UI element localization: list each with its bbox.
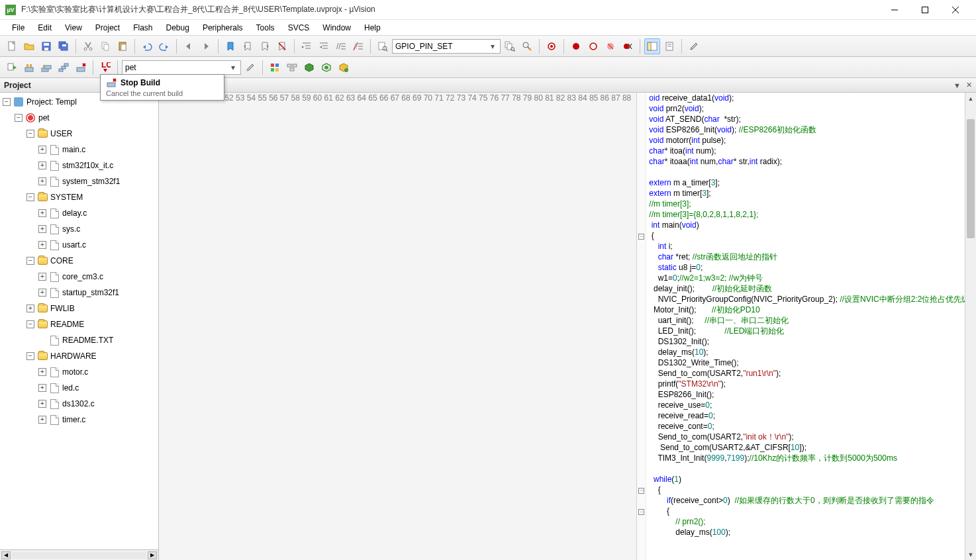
tree-group-hardware[interactable]: −HARDWARE bbox=[0, 348, 158, 364]
redo-button[interactable] bbox=[156, 38, 172, 54]
expander-icon[interactable]: + bbox=[38, 400, 46, 408]
bookmark-clear-button[interactable] bbox=[274, 38, 290, 54]
tree-group-core[interactable]: −CORE bbox=[0, 253, 158, 269]
tree-file[interactable]: +sys.c bbox=[0, 221, 158, 237]
expander-icon[interactable]: + bbox=[38, 209, 46, 217]
breakpoint-disable-button[interactable] bbox=[603, 38, 618, 54]
menu-peripherals[interactable]: Peripherals bbox=[196, 21, 250, 34]
find-combo[interactable]: ▾ bbox=[392, 39, 501, 54]
tab-close-icon[interactable]: ✕ bbox=[966, 81, 972, 89]
menu-project[interactable]: Project bbox=[89, 21, 126, 34]
breakpoint-kill-button[interactable] bbox=[620, 38, 636, 54]
scroll-left-icon[interactable]: ◀ bbox=[1, 551, 11, 559]
books-window-button[interactable] bbox=[661, 38, 677, 54]
bookmark-prev-button[interactable] bbox=[240, 38, 256, 54]
tree-file[interactable]: +main.c bbox=[0, 142, 158, 158]
expander-icon[interactable]: − bbox=[26, 352, 34, 360]
target-options-button[interactable] bbox=[242, 60, 258, 75]
unindent-button[interactable] bbox=[316, 38, 332, 54]
tree-file[interactable]: +timer.c bbox=[0, 412, 158, 428]
indent-button[interactable] bbox=[299, 38, 315, 54]
tree-file[interactable]: +system_stm32f1 bbox=[0, 173, 158, 189]
expander-icon[interactable]: − bbox=[26, 130, 34, 138]
tree-file[interactable]: +ds1302.c bbox=[0, 396, 158, 412]
batch-build-button[interactable] bbox=[56, 60, 72, 75]
expander-icon[interactable]: − bbox=[26, 320, 34, 328]
new-button[interactable] bbox=[4, 38, 20, 54]
tree-file[interactable]: +motor.c bbox=[0, 364, 158, 380]
cut-button[interactable] bbox=[80, 38, 96, 54]
minimize-button[interactable] bbox=[879, 0, 910, 20]
debug-button[interactable] bbox=[544, 38, 560, 54]
build-button[interactable] bbox=[21, 60, 37, 75]
tree-group-system[interactable]: −SYSTEM bbox=[0, 189, 158, 205]
undo-button[interactable] bbox=[139, 38, 155, 54]
expander-icon[interactable]: − bbox=[3, 98, 11, 106]
menu-flash[interactable]: Flash bbox=[126, 21, 159, 34]
menu-help[interactable]: Help bbox=[358, 21, 387, 34]
menu-tools[interactable]: Tools bbox=[250, 21, 281, 34]
expander-icon[interactable]: + bbox=[38, 368, 46, 376]
close-button[interactable] bbox=[940, 0, 971, 20]
tree-file[interactable]: +delay.c bbox=[0, 205, 158, 221]
bookmark-toggle-button[interactable] bbox=[222, 38, 238, 54]
incremental-find-button[interactable] bbox=[519, 38, 535, 54]
open-button[interactable] bbox=[21, 38, 37, 54]
expander-icon[interactable]: + bbox=[38, 225, 46, 233]
scroll-down-icon[interactable]: ▼ bbox=[965, 549, 976, 560]
expander-icon[interactable]: + bbox=[38, 241, 46, 249]
find-in-files-button[interactable] bbox=[502, 38, 518, 54]
breakpoint-enable-button[interactable] bbox=[585, 38, 601, 54]
editor-vscroll[interactable]: ▲ ▼ bbox=[965, 93, 976, 560]
target-input[interactable] bbox=[125, 63, 228, 72]
rebuild-button[interactable] bbox=[38, 60, 54, 75]
project-hscroll[interactable]: ◀ ▶ bbox=[0, 549, 158, 560]
tab-dropdown-icon[interactable]: ▼ bbox=[953, 81, 961, 89]
expander-icon[interactable]: + bbox=[38, 416, 46, 424]
translate-button[interactable] bbox=[4, 60, 20, 75]
manage-rte-button[interactable] bbox=[336, 60, 352, 75]
maximize-button[interactable] bbox=[910, 0, 940, 20]
code-content[interactable]: oid receive_data1(void);void prn2(void);… bbox=[646, 93, 976, 560]
project-window-button[interactable] bbox=[644, 38, 660, 54]
bookmark-next-button[interactable] bbox=[257, 38, 273, 54]
menu-file[interactable]: File bbox=[5, 21, 31, 34]
find-button[interactable] bbox=[375, 38, 391, 54]
tree-file[interactable]: +stm32f10x_it.c bbox=[0, 158, 158, 173]
nav-forward-button[interactable] bbox=[198, 38, 214, 54]
save-button[interactable] bbox=[38, 38, 54, 54]
tree-target[interactable]: −pet bbox=[0, 110, 158, 126]
tree-file[interactable]: +core_cm3.c bbox=[0, 269, 158, 285]
save-all-button[interactable] bbox=[56, 38, 72, 54]
expander-icon[interactable]: − bbox=[15, 114, 23, 122]
find-dropdown-icon[interactable]: ▾ bbox=[488, 42, 497, 51]
nav-back-button[interactable] bbox=[181, 38, 197, 54]
tree-group-fwlib[interactable]: +FWLIB bbox=[0, 301, 158, 316]
scroll-right-icon[interactable]: ▶ bbox=[148, 551, 157, 559]
tree-file[interactable]: +startup_stm32f1 bbox=[0, 285, 158, 301]
tree-file[interactable]: +usart.c bbox=[0, 237, 158, 253]
breakpoint-insert-button[interactable] bbox=[568, 38, 584, 54]
uncomment-button[interactable]: // bbox=[350, 38, 366, 54]
menu-view[interactable]: View bbox=[58, 21, 89, 34]
expander-icon[interactable]: + bbox=[38, 162, 46, 169]
select-packs-button[interactable] bbox=[318, 60, 334, 75]
tree-file[interactable]: +led.c bbox=[0, 380, 158, 396]
target-combo[interactable]: ▾ bbox=[122, 60, 241, 75]
tree-group-user[interactable]: −USER bbox=[0, 126, 158, 142]
tree-file[interactable]: README.TXT bbox=[0, 332, 158, 348]
expander-icon[interactable]: − bbox=[26, 193, 34, 201]
download-button[interactable]: LOAD bbox=[97, 60, 113, 75]
code-editor[interactable]: 47 48 49 50 51 52 53 54 55 56 57 58 59 6… bbox=[159, 93, 976, 560]
expander-icon[interactable]: + bbox=[26, 304, 34, 312]
find-input[interactable] bbox=[395, 42, 488, 51]
configure-button[interactable] bbox=[686, 38, 702, 54]
manage-multi-button[interactable] bbox=[284, 60, 300, 75]
menu-svcs[interactable]: SVCS bbox=[281, 21, 317, 34]
scroll-up-icon[interactable]: ▲ bbox=[965, 93, 976, 104]
expander-icon[interactable]: + bbox=[38, 273, 46, 281]
pack-installer-button[interactable] bbox=[301, 60, 317, 75]
manage-components-button[interactable] bbox=[267, 60, 283, 75]
stop-build-button[interactable] bbox=[73, 60, 89, 75]
menu-debug[interactable]: Debug bbox=[160, 21, 196, 34]
